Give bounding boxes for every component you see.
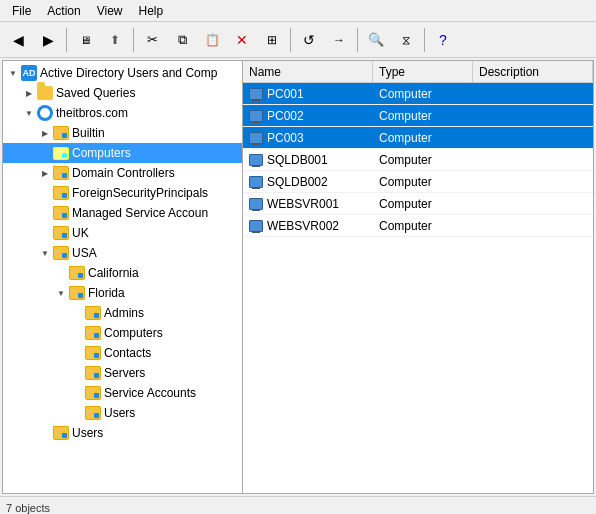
list-item[interactable]: PC002 Computer [243,105,593,127]
forward-button[interactable]: ▶ [34,26,62,54]
tree-item-domain-controllers[interactable]: Domain Controllers [3,163,242,183]
dc-expander [37,165,53,181]
cell-type-pc001: Computer [373,87,473,101]
users-root-icon [53,425,69,441]
col-header-description[interactable]: Description [473,61,593,83]
cell-type-pc002: Computer [373,109,473,123]
delete-button[interactable]: ✕ [228,26,256,54]
tree-root[interactable]: AD Active Directory Users and Comp [3,63,242,83]
california-expander [53,265,69,281]
cell-name-pc002: PC002 [243,109,373,123]
tree-item-users-fl[interactable]: Users [3,403,242,423]
export-button[interactable]: → [325,26,353,54]
tree-item-admins[interactable]: Admins [3,303,242,323]
service-accounts-icon [85,385,101,401]
tree-item-domain[interactable]: theitbros.com [3,103,242,123]
tree-item-saved-queries[interactable]: Saved Queries [3,83,242,103]
dc-icon [53,165,69,181]
computers-fl-icon [85,325,101,341]
users-root-label: Users [72,426,103,440]
list-item[interactable]: WEBSVR002 Computer [243,215,593,237]
menu-action[interactable]: Action [39,2,88,20]
tree-item-california[interactable]: California [3,263,242,283]
computers-label: Computers [72,146,131,160]
uk-expander [37,225,53,241]
refresh-button[interactable]: ↺ [295,26,323,54]
cell-name-sqldb001: SQLDB001 [243,153,373,167]
tree-item-computers-fl[interactable]: Computers [3,323,242,343]
list-item[interactable]: WEBSVR001 Computer [243,193,593,215]
fsp-icon [53,185,69,201]
computer-icon [249,198,263,210]
tree-item-msa[interactable]: Managed Service Accoun [3,203,242,223]
computers-expander [37,145,53,161]
users-root-expander [37,425,53,441]
servers-icon [85,365,101,381]
tree-item-contacts[interactable]: Contacts [3,343,242,363]
servers-label: Servers [104,366,145,380]
cell-name-pc003: PC003 [243,131,373,145]
help-button[interactable]: ? [429,26,457,54]
menu-help[interactable]: Help [131,2,172,20]
service-accounts-label: Service Accounts [104,386,196,400]
tree-item-computers[interactable]: Computers [3,143,242,163]
main-area: AD Active Directory Users and Comp Saved… [2,60,594,494]
up-button[interactable]: ⬆ [101,26,129,54]
users-fl-label: Users [104,406,135,420]
list-item[interactable]: SQLDB002 Computer [243,171,593,193]
tree-item-florida[interactable]: Florida [3,283,242,303]
filter-button[interactable]: ⧖ [392,26,420,54]
root-expander [5,65,21,81]
fsp-label: ForeignSecurityPrincipals [72,186,208,200]
florida-expander [53,285,69,301]
list-item[interactable]: PC001 Computer [243,83,593,105]
builtin-label: Builtin [72,126,105,140]
florida-icon [69,285,85,301]
toolbar: ◀ ▶ 🖥 ⬆ ✂ ⧉ 📋 ✕ ⊞ ↺ → 🔍 ⧖ ? [0,22,596,58]
tree-item-users-root[interactable]: Users [3,423,242,443]
tree-item-service-accounts[interactable]: Service Accounts [3,383,242,403]
cell-type-pc003: Computer [373,131,473,145]
domain-label: theitbros.com [56,106,128,120]
properties-button[interactable]: ⊞ [258,26,286,54]
computers-fl-expander [69,325,85,341]
col-header-name[interactable]: Name [243,61,373,83]
msa-expander [37,205,53,221]
computers-icon [53,145,69,161]
back-button[interactable]: ◀ [4,26,32,54]
florida-label: Florida [88,286,125,300]
usa-expander [37,245,53,261]
users-fl-expander [69,405,85,421]
tree-item-fsp[interactable]: ForeignSecurityPrincipals [3,183,242,203]
toolbar-separator-4 [357,28,358,52]
list-header: Name Type Description [243,61,593,83]
cell-type-sqldb001: Computer [373,153,473,167]
toolbar-separator-3 [290,28,291,52]
list-item[interactable]: PC003 Computer [243,127,593,149]
admins-icon [85,305,101,321]
toolbar-separator-1 [66,28,67,52]
col-header-type[interactable]: Type [373,61,473,83]
contacts-expander [69,345,85,361]
toolbar-separator-2 [133,28,134,52]
cell-name-pc001: PC001 [243,87,373,101]
msa-label: Managed Service Accoun [72,206,208,220]
saved-queries-label: Saved Queries [56,86,135,100]
copy-button[interactable]: ⧉ [168,26,196,54]
menubar: File Action View Help [0,0,596,22]
find-button[interactable]: 🔍 [362,26,390,54]
contacts-icon [85,345,101,361]
menu-view[interactable]: View [89,2,131,20]
usa-label: USA [72,246,97,260]
paste-button[interactable]: 📋 [198,26,226,54]
tree-item-servers[interactable]: Servers [3,363,242,383]
tree-item-builtin[interactable]: Builtin [3,123,242,143]
list-item[interactable]: SQLDB001 Computer [243,149,593,171]
uk-label: UK [72,226,89,240]
menu-file[interactable]: File [4,2,39,20]
show-console-button[interactable]: 🖥 [71,26,99,54]
tree-panel: AD Active Directory Users and Comp Saved… [3,61,243,493]
tree-item-usa[interactable]: USA [3,243,242,263]
cut-button[interactable]: ✂ [138,26,166,54]
tree-item-uk[interactable]: UK [3,223,242,243]
